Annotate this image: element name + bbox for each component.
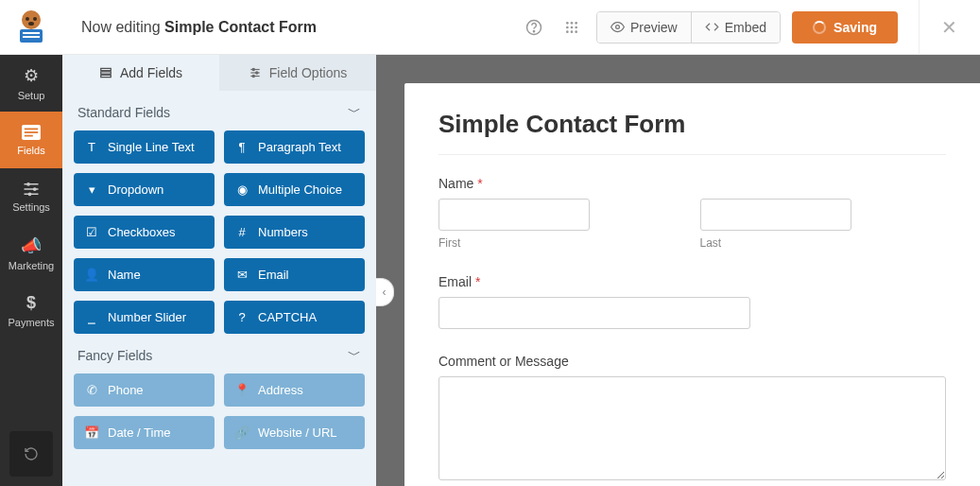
svg-rect-23: [25, 183, 39, 185]
svg-point-15: [566, 30, 569, 33]
field-name[interactable]: 👤Name: [74, 258, 215, 291]
paragraph-icon: ¶: [235, 140, 249, 154]
field-website-url[interactable]: 🔗Website / URL: [224, 416, 365, 449]
svg-point-1: [26, 17, 29, 21]
field-block-comment[interactable]: Comment or Message: [438, 354, 946, 484]
field-label: CAPTCHA: [258, 310, 317, 324]
calendar-icon: 📅: [85, 425, 98, 440]
svg-point-10: [571, 22, 574, 25]
nav-item-settings[interactable]: Settings: [0, 168, 62, 225]
first-name-col: First: [438, 199, 685, 250]
field-label: Email: [258, 268, 289, 282]
saving-button[interactable]: Saving: [792, 11, 898, 43]
email-input[interactable]: [438, 297, 750, 329]
field-email[interactable]: ✉Email: [224, 258, 365, 291]
nav-label: Marketing: [9, 260, 54, 271]
field-label: Single Line Text: [108, 140, 195, 154]
field-grid-standard: TSingle Line Text ¶Paragraph Text ▾Dropd…: [74, 130, 365, 334]
saving-label: Saving: [834, 20, 877, 35]
fields-panel: Add Fields Field Options Standard Fields…: [62, 55, 376, 486]
title-divider: [438, 154, 946, 155]
svg-rect-30: [101, 72, 112, 74]
chevron-left-icon: ‹: [383, 286, 387, 299]
svg-point-27: [33, 187, 37, 191]
label-text: Comment or Message: [438, 354, 569, 369]
required-mark: *: [477, 176, 482, 191]
undo-button[interactable]: [9, 431, 53, 477]
last-name-input[interactable]: [700, 199, 851, 231]
field-multiple-choice[interactable]: ◉Multiple Choice: [224, 173, 365, 206]
field-label: Number Slider: [108, 310, 186, 324]
field-label: Paragraph Text: [258, 140, 341, 154]
svg-rect-29: [101, 68, 112, 70]
section-title: Fancy Fields: [77, 348, 152, 363]
field-label: Date / Time: [108, 425, 170, 440]
field-block-email[interactable]: Email *: [438, 274, 946, 329]
svg-point-8: [533, 30, 534, 31]
field-paragraph-text[interactable]: ¶Paragraph Text: [224, 130, 365, 164]
form-name: Simple Contact Form: [164, 19, 317, 35]
app-logo: [0, 0, 62, 55]
field-label: Multiple Choice: [258, 182, 342, 197]
topbar-divider: [919, 0, 920, 55]
sublabel-last: Last: [700, 236, 947, 250]
chevron-down-icon: ﹀: [348, 347, 361, 364]
tab-label: Field Options: [269, 65, 347, 80]
close-icon[interactable]: ✕: [935, 16, 963, 39]
section-header-standard[interactable]: Standard Fields ﹀: [74, 91, 365, 130]
tab-field-options[interactable]: Field Options: [219, 55, 376, 91]
apps-grid-icon[interactable]: [559, 14, 585, 41]
radio-icon: ◉: [235, 182, 249, 197]
field-number-slider[interactable]: ⎯Number Slider: [74, 301, 215, 334]
field-single-line-text[interactable]: TSingle Line Text: [74, 130, 215, 164]
field-block-name[interactable]: Name * First Last: [438, 176, 946, 250]
help-icon[interactable]: [521, 14, 547, 41]
svg-point-17: [575, 30, 577, 33]
panel-body: Standard Fields ﹀ TSingle Line Text ¶Par…: [62, 91, 376, 486]
field-dropdown[interactable]: ▾Dropdown: [74, 173, 215, 206]
field-label: Website / URL: [258, 425, 337, 440]
svg-point-14: [575, 26, 577, 28]
nav-label: Fields: [17, 145, 44, 156]
preview-button[interactable]: Preview: [597, 12, 691, 43]
field-label: Address: [258, 383, 303, 397]
svg-point-18: [616, 26, 620, 29]
field-checkboxes[interactable]: ☑Checkboxes: [74, 216, 215, 249]
nav-label: Setup: [18, 90, 45, 101]
field-address[interactable]: 📍Address: [224, 373, 365, 407]
tab-label: Add Fields: [120, 65, 182, 80]
svg-point-0: [22, 10, 41, 29]
svg-point-35: [252, 68, 254, 70]
section-header-fancy[interactable]: Fancy Fields ﹀: [74, 334, 365, 373]
first-name-input[interactable]: [438, 199, 590, 231]
nav-item-marketing[interactable]: 📣 Marketing: [0, 225, 62, 282]
now-editing-prefix: Now editing: [81, 19, 164, 35]
embed-button[interactable]: Embed: [691, 12, 780, 43]
nav-item-payments[interactable]: $ Payments: [0, 282, 62, 338]
comment-textarea[interactable]: [438, 376, 946, 480]
field-date-time[interactable]: 📅Date / Time: [74, 416, 215, 449]
editing-title: Now editing Simple Contact Form: [62, 19, 521, 36]
pin-icon: 📍: [235, 383, 249, 397]
sliders-icon: [23, 181, 40, 198]
slider-icon: ⎯: [85, 310, 98, 324]
section-title: Standard Fields: [77, 105, 170, 120]
nav-label: Settings: [12, 201, 50, 213]
nav-item-fields[interactable]: Fields: [0, 112, 62, 168]
list-icon: [99, 66, 112, 79]
nav-spacer: [0, 338, 62, 422]
last-name-col: Last: [700, 199, 947, 250]
svg-point-28: [28, 192, 32, 196]
dollar-icon: $: [26, 293, 36, 313]
field-numbers[interactable]: #Numbers: [224, 216, 365, 249]
collapse-panel-handle[interactable]: ‹: [376, 278, 394, 306]
field-captcha[interactable]: ?CAPTCHA: [224, 301, 365, 334]
spinner-icon: [813, 21, 826, 34]
svg-point-16: [571, 30, 574, 33]
nav-item-setup[interactable]: ⚙ Setup: [0, 55, 62, 112]
field-label-name: Name *: [438, 176, 946, 191]
tab-add-fields[interactable]: Add Fields: [62, 55, 219, 91]
svg-rect-22: [25, 135, 33, 137]
embed-label: Embed: [725, 20, 766, 35]
field-phone[interactable]: ✆Phone: [74, 373, 215, 407]
